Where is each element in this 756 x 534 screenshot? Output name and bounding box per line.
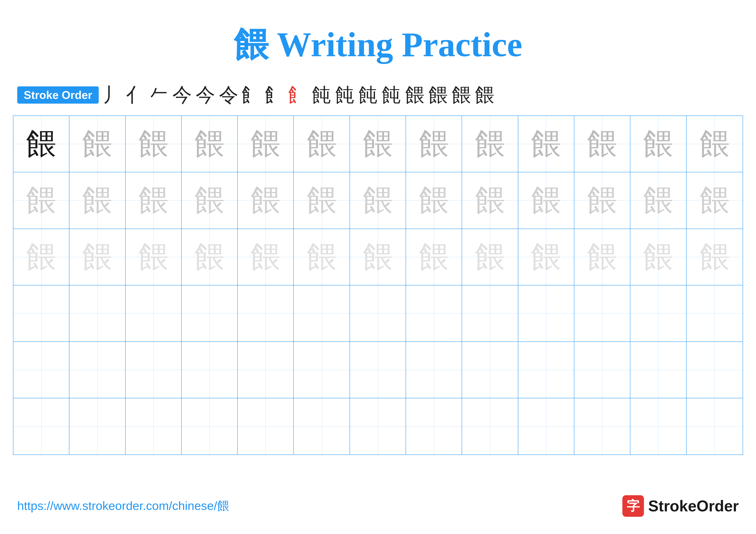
stroke-1: 丿: [103, 85, 122, 105]
grid-cell: 餵: [406, 229, 462, 285]
grid-row-6: [14, 398, 742, 454]
grid-cell: 餵: [350, 172, 406, 228]
grid-cell: [687, 285, 742, 342]
grid-cell: [126, 285, 182, 342]
grid-cell: [126, 342, 182, 398]
grid-cell: 餵: [69, 172, 125, 228]
grid-cell: 餵: [574, 229, 630, 285]
grid-cell: 餵: [14, 229, 69, 285]
grid-cell: [69, 285, 125, 342]
grid-cell: [350, 398, 406, 454]
grid-cell: [574, 398, 630, 454]
grid-cell: [462, 342, 518, 398]
grid-cell: 餵: [462, 116, 518, 172]
grid-cell: 餵: [574, 172, 630, 228]
grid-cell: 餵: [126, 116, 182, 172]
grid-cell: [406, 398, 462, 454]
grid-cell: [238, 342, 294, 398]
logo-label: StrokeOrder: [648, 497, 739, 515]
grid-cell: 餵: [294, 116, 350, 172]
grid-cell: [14, 285, 69, 342]
grid-cell: 餵: [126, 172, 182, 228]
grid-cell: [182, 342, 238, 398]
grid-cell: 餵: [518, 172, 574, 228]
grid-cell: 餵: [462, 229, 518, 285]
title-section: 餵 Writing Practice: [0, 0, 756, 81]
stroke-16: 餵: [452, 85, 471, 105]
grid-cell: [14, 342, 69, 398]
grid-cell: 餵: [630, 116, 687, 172]
grid-cell: [687, 342, 742, 398]
grid-cell: [518, 342, 574, 398]
grid-row-5: [14, 342, 742, 398]
stroke-9: 飠: [289, 85, 308, 105]
grid-cell: [630, 398, 687, 454]
grid-cell: 餵: [350, 229, 406, 285]
grid-cell: [14, 398, 69, 454]
grid-cell: [518, 285, 574, 342]
grid-row-1: 餵 餵 餵 餵 餵 餵 餵 餵 餵 餵 餵 餵 餵: [14, 116, 742, 172]
grid-cell: 餵: [182, 116, 238, 172]
grid-cell: [518, 398, 574, 454]
footer-logo: 字 StrokeOrder: [622, 495, 739, 517]
grid-cell: [126, 398, 182, 454]
grid-cell: [350, 285, 406, 342]
grid-cell: 餵: [687, 116, 742, 172]
grid-cell: 餵: [462, 172, 518, 228]
grid-cell: 餵: [687, 229, 742, 285]
grid-cell: 餵: [687, 172, 742, 228]
grid-cell: [574, 285, 630, 342]
grid-cell: 餵: [69, 116, 125, 172]
stroke-14: 餵: [405, 85, 424, 105]
stroke-8: 飠: [265, 85, 285, 105]
grid-cell: 餵: [14, 116, 69, 172]
grid-cell: 餵: [406, 172, 462, 228]
grid-cell: [238, 398, 294, 454]
grid-cell: 餵: [406, 116, 462, 172]
grid-cell: [69, 398, 125, 454]
grid-cell: [182, 285, 238, 342]
grid-cell: 餵: [630, 229, 687, 285]
grid-cell: [687, 398, 742, 454]
grid-cell: 餵: [518, 229, 574, 285]
footer: https://www.strokeorder.com/chinese/餵 字 …: [0, 495, 756, 517]
logo-icon: 字: [622, 495, 644, 517]
grid-cell: [630, 342, 687, 398]
grid-cell: [462, 285, 518, 342]
grid-cell: [406, 342, 462, 398]
grid-cell: 餵: [294, 229, 350, 285]
grid-cell: 餵: [630, 172, 687, 228]
stroke-5: 今: [196, 85, 215, 105]
grid-cell: [69, 342, 125, 398]
stroke-7: 飠: [242, 85, 262, 105]
grid-cell: [630, 285, 687, 342]
grid-cell: 餵: [14, 172, 69, 228]
grid-cell: 餵: [294, 172, 350, 228]
grid-cell: 餵: [238, 172, 294, 228]
stroke-15: 餵: [428, 85, 448, 105]
grid-cell: [294, 398, 350, 454]
stroke-13: 飩: [382, 85, 401, 105]
grid-cell: 餵: [350, 116, 406, 172]
footer-url: https://www.strokeorder.com/chinese/餵: [17, 498, 229, 514]
grid-cell: [294, 342, 350, 398]
stroke-order-row: Stroke Order 丿 亻 𠂉 今 今 令 飠 飠 飠 飩 飩 飩 飩 餵…: [0, 81, 756, 109]
grid-row-3: 餵 餵 餵 餵 餵 餵 餵 餵 餵 餵 餵 餵 餵: [14, 229, 742, 285]
grid-cell: 餵: [182, 172, 238, 228]
grid-cell: [182, 398, 238, 454]
grid-cell: 餵: [182, 229, 238, 285]
grid-cell: [238, 285, 294, 342]
grid-row-4: [14, 285, 742, 342]
stroke-order-badge: Stroke Order: [17, 87, 99, 104]
stroke-6: 令: [219, 85, 238, 105]
stroke-12: 飩: [359, 85, 378, 105]
grid-cell: 餵: [126, 229, 182, 285]
practice-grid: 餵 餵 餵 餵 餵 餵 餵 餵 餵 餵 餵 餵 餵 餵 餵 餵 餵 餵 餵 餵 …: [13, 115, 743, 455]
grid-cell: [294, 285, 350, 342]
stroke-3: 𠂉: [149, 85, 169, 105]
stroke-10: 飩: [312, 85, 332, 105]
stroke-2: 亻: [126, 85, 145, 105]
stroke-17: 餵: [475, 85, 494, 105]
grid-cell: 餵: [69, 229, 125, 285]
stroke-11: 飩: [335, 85, 355, 105]
